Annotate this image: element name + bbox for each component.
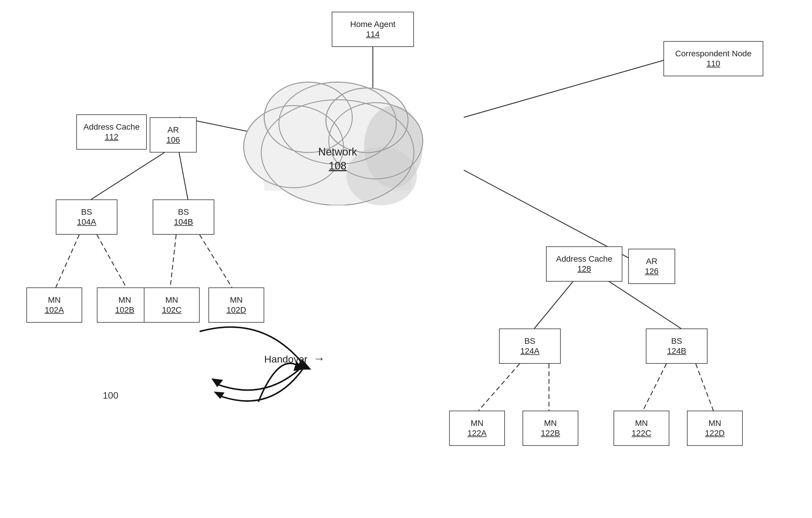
bs-124b-label: BS: [671, 336, 682, 346]
mn-122c-num: 122C: [632, 428, 651, 438]
network-cloud: Network 108: [235, 64, 440, 205]
ar-126-node: AR 126: [628, 249, 675, 284]
mn-102b-num: 102B: [115, 305, 134, 315]
svg-line-7: [605, 279, 681, 329]
bs-124b-num: 124B: [667, 346, 686, 356]
svg-line-4: [91, 153, 165, 200]
home-agent-node: Home Agent 114: [332, 12, 414, 47]
address-cache-128-num: 128: [577, 264, 591, 274]
address-cache-112-node: Address Cache 112: [76, 114, 147, 150]
mn-102b-label: MN: [118, 295, 131, 305]
mn-122b-node: MN 122B: [523, 410, 578, 446]
mn-102a-label: MN: [48, 295, 61, 305]
bs-104a-label: BS: [81, 207, 92, 217]
ar-126-label: AR: [646, 256, 658, 266]
mn-102a-node: MN 102A: [26, 287, 82, 323]
ar-126-num: 126: [645, 266, 659, 276]
svg-line-15: [696, 364, 713, 410]
ar-106-node: AR 106: [150, 117, 197, 153]
correspondent-node-node: Correspondent Node 110: [663, 41, 763, 76]
diagram: Network 108 Home Agent 114 Correspondent…: [0, 0, 812, 518]
handover-curved-arrows: [147, 308, 352, 431]
bs-124a-label: BS: [524, 336, 535, 346]
correspondent-node-label: Correspondent Node: [675, 49, 752, 59]
mn-122b-label: MN: [544, 418, 557, 428]
svg-text:108: 108: [329, 160, 346, 172]
svg-line-8: [56, 235, 79, 287]
svg-line-11: [200, 235, 232, 287]
mn-122b-num: 122B: [541, 428, 560, 438]
svg-marker-36: [214, 392, 225, 399]
svg-text:Network: Network: [318, 146, 357, 158]
mn-122a-num: 122A: [467, 428, 487, 438]
svg-marker-35: [294, 361, 302, 371]
bs-104b-num: 104B: [174, 217, 193, 227]
svg-line-10: [170, 235, 176, 287]
svg-line-1: [464, 59, 669, 117]
svg-line-14: [643, 364, 666, 410]
ar-106-num: 106: [167, 135, 180, 145]
mn-122d-num: 122D: [705, 428, 725, 438]
mn-122d-node: MN 122D: [687, 410, 743, 446]
address-cache-112-num: 112: [105, 132, 119, 142]
address-cache-112-label: Address Cache: [83, 122, 140, 132]
svg-line-9: [97, 235, 126, 287]
bs-104a-node: BS 104A: [56, 200, 117, 235]
bs-104b-node: BS 104B: [153, 200, 214, 235]
mn-122a-node: MN 122A: [449, 410, 505, 446]
address-cache-128-label: Address Cache: [556, 254, 612, 264]
svg-line-5: [179, 153, 188, 200]
bs-104b-label: BS: [178, 207, 189, 217]
diagram-label: 100: [103, 390, 118, 401]
mn-102a-num: 102A: [45, 305, 64, 315]
svg-line-12: [478, 364, 520, 410]
mn-122c-label: MN: [635, 418, 648, 428]
ar-106-label: AR: [168, 125, 179, 135]
svg-line-6: [534, 279, 575, 329]
home-agent-label: Home Agent: [350, 19, 396, 29]
mn-102d-label: MN: [230, 295, 243, 305]
bs-124a-node: BS 124A: [499, 329, 561, 364]
mn-102c-label: MN: [165, 295, 178, 305]
bs-124b-node: BS 124B: [646, 329, 707, 364]
mn-122c-node: MN 122C: [613, 410, 669, 446]
mn-122d-label: MN: [708, 418, 721, 428]
address-cache-128-node: Address Cache 128: [546, 246, 622, 282]
mn-122a-label: MN: [471, 418, 484, 428]
correspondent-node-num: 110: [706, 59, 720, 69]
bs-104a-num: 104A: [77, 217, 96, 227]
bs-124a-num: 124A: [520, 346, 539, 356]
home-agent-num: 114: [366, 29, 380, 39]
